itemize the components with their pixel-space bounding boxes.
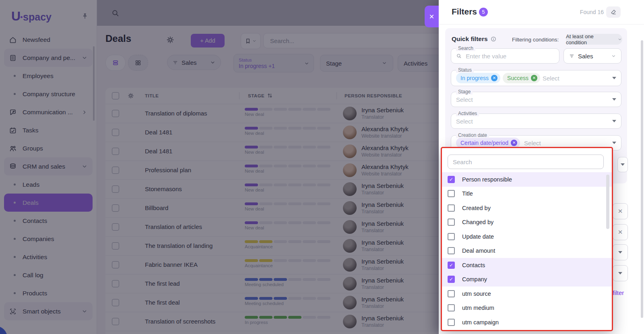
status-chip-label: Success <box>507 75 528 81</box>
option-label: Update date <box>462 233 494 240</box>
status-chip: In progress ✕ <box>456 73 500 83</box>
select-caret-icon <box>621 163 625 168</box>
search-icon <box>456 53 462 59</box>
option-label: utm campaign <box>462 319 499 326</box>
option-checkbox[interactable] <box>448 190 455 197</box>
dropdown-option[interactable]: utm campaign <box>442 315 612 330</box>
status-chip-label: In progress <box>460 75 489 81</box>
field-operator-button[interactable] <box>613 265 628 281</box>
dropdown-option[interactable]: utm source <box>442 287 612 301</box>
status-chips: In progress ✕ Success ✕ <box>456 73 540 83</box>
divider <box>439 24 644 25</box>
panel-funnel-value: Sales <box>578 53 608 60</box>
dropdown-scrollbar-thumb[interactable] <box>606 175 609 229</box>
field-label: Stage <box>456 89 473 95</box>
select-caret-icon <box>618 251 622 256</box>
option-label: utm source <box>462 291 491 297</box>
select-caret-icon <box>612 98 616 103</box>
select-placeholder: Select <box>456 96 473 103</box>
option-checkbox[interactable] <box>448 304 455 311</box>
field-label: Activities <box>456 111 479 116</box>
select-caret-icon <box>612 120 616 124</box>
field-label: Creation date <box>456 132 489 138</box>
option-label: Deal amount <box>462 247 495 254</box>
option-checkbox[interactable]: ✓ <box>448 176 455 183</box>
clear-field-button[interactable]: ✕ <box>613 224 628 240</box>
panel-title: Filters <box>452 7 477 16</box>
filtering-conditions-select[interactable]: At least one condition <box>566 34 622 45</box>
field-label: Status <box>456 67 474 73</box>
app: U spacy Newsfeed Company and pe... Emplo… <box>0 0 644 334</box>
backdrop-overlay[interactable] <box>0 0 439 334</box>
add-filter-link[interactable]: filter <box>613 289 624 296</box>
eraser-icon <box>610 9 617 15</box>
option-checkbox[interactable] <box>448 204 455 212</box>
dropdown-option[interactable]: Deal amount <box>442 244 612 258</box>
panel-header: Filters 5 Found 16 <box>439 0 644 24</box>
panel-scrollbar-thumb[interactable] <box>641 40 643 318</box>
option-checkbox[interactable] <box>448 219 455 226</box>
found-count: Found 16 <box>580 9 604 15</box>
activities-field[interactable]: Activities Select <box>451 113 621 129</box>
dropdown-search-input[interactable] <box>448 155 604 169</box>
close-panel-button[interactable]: ✕ <box>425 6 439 27</box>
dropdown-option[interactable]: Title <box>442 187 612 201</box>
remove-chip-icon[interactable]: ✕ <box>491 75 497 81</box>
select-placeholder: Select <box>543 75 559 82</box>
option-checkbox[interactable]: ✓ <box>448 262 455 269</box>
column-select-dropdown: ✓ Person responsible Title Created by Ch… <box>441 147 613 331</box>
dropdown-option[interactable]: ✓ Contacts <box>442 258 612 272</box>
dropdown-options-list: ✓ Person responsible Title Created by Ch… <box>442 172 612 330</box>
filtering-conditions-value: At least one condition <box>566 33 615 45</box>
option-label: Person responsible <box>462 176 512 183</box>
field-label: Search <box>456 45 475 51</box>
quick-filters-title: Quick filters <box>452 35 488 43</box>
select-caret-icon <box>618 272 622 276</box>
option-checkbox[interactable] <box>448 290 455 297</box>
filters-count-badge: 5 <box>479 8 488 16</box>
stage-field[interactable]: Stage Select <box>451 92 621 107</box>
dropdown-option[interactable]: Changed by <box>442 215 612 230</box>
dropdown-option[interactable]: ✓ Company <box>442 272 612 287</box>
funnel-icon <box>569 53 575 59</box>
option-label: Contacts <box>462 262 485 268</box>
option-label: Company <box>462 276 487 282</box>
clear-field-button[interactable]: ✕ <box>613 203 628 219</box>
remove-chip-icon[interactable]: ✕ <box>511 140 517 146</box>
status-chip: Success ✕ <box>503 73 540 83</box>
option-checkbox[interactable] <box>448 247 455 254</box>
chevron-down-icon <box>611 54 616 59</box>
select-placeholder: Select <box>524 140 541 146</box>
clear-filters-button[interactable] <box>606 6 621 18</box>
quick-search-field: Search <box>451 48 559 64</box>
field-operator-button[interactable] <box>617 157 628 172</box>
select-caret-icon <box>612 77 616 81</box>
dropdown-option[interactable]: ✓ Person responsible <box>442 172 612 187</box>
dropdown-option[interactable]: utm medium <box>442 301 612 315</box>
dropdown-option[interactable]: Created by <box>442 201 612 215</box>
option-checkbox[interactable] <box>448 319 455 326</box>
chevron-down-icon <box>617 37 622 42</box>
remove-chip-icon[interactable]: ✕ <box>531 75 537 81</box>
select-placeholder: Select <box>456 118 473 125</box>
dropdown-option[interactable]: Update date <box>442 229 612 244</box>
option-checkbox[interactable]: ✓ <box>448 276 455 283</box>
quick-search-input[interactable] <box>465 52 554 60</box>
info-icon[interactable] <box>490 36 497 42</box>
panel-funnel-select[interactable]: Sales <box>564 48 621 64</box>
option-label: Title <box>462 190 473 197</box>
filtering-conditions-label: Filtering conditions: <box>512 37 559 43</box>
creation-date-chip-label: Certain date/period <box>460 140 508 146</box>
option-checkbox[interactable] <box>448 233 455 240</box>
field-operator-button[interactable] <box>613 244 628 260</box>
select-caret-icon <box>612 142 616 146</box>
option-label: utm medium <box>462 305 494 311</box>
option-label: Changed by <box>462 219 493 225</box>
status-field[interactable]: Status In progress ✕ Success ✕ Select <box>451 70 621 86</box>
option-label: Created by <box>462 205 491 211</box>
